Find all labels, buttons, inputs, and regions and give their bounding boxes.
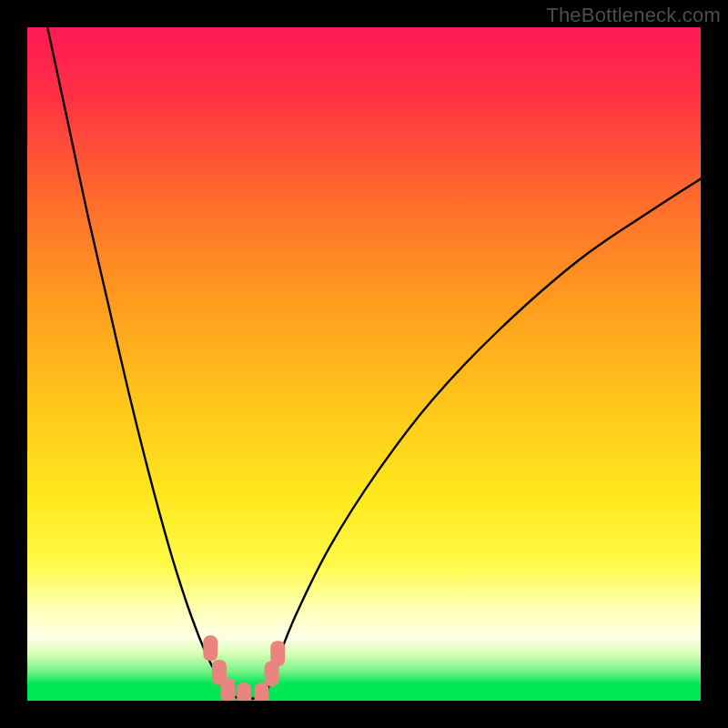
valley-marker [221,678,236,701]
curve-left-branch [47,27,226,694]
valley-marker [270,641,285,666]
chart-frame: TheBottleneck.com [0,0,728,728]
valley-marker [255,682,269,701]
curve-right-branch [267,179,701,694]
valley-markers [203,635,285,701]
plot-area [27,27,701,701]
curve-layer [27,27,701,701]
valley-marker [237,682,251,701]
watermark-text: TheBottleneck.com [546,4,721,27]
valley-marker [203,635,217,661]
